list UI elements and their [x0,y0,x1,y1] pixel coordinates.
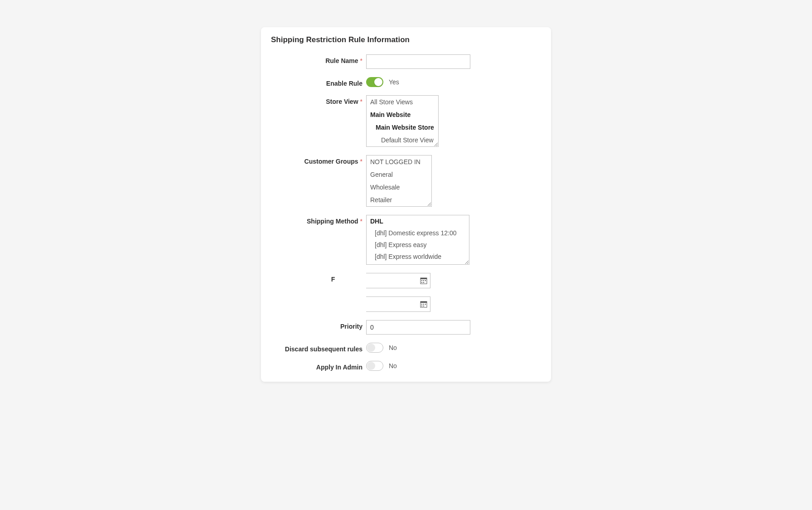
apply-admin-value: No [389,362,397,369]
row-priority: Priority [271,320,541,335]
svg-rect-4 [425,280,426,281]
label-enable-rule: Enable Rule [271,77,366,87]
store-view-option[interactable]: Default Store View [367,134,438,146]
from-date-input[interactable] [335,273,420,288]
shipping-method-option[interactable]: [dhl] Express easy [367,239,469,251]
discard-toggle[interactable] [366,343,383,353]
customer-group-option[interactable]: NOT LOGGED IN [367,155,431,168]
label-discard: Discard subsequent rules [271,343,366,353]
row-rule-name: Rule Name* [271,54,541,69]
shipping-method-option[interactable]: [dhl] Express worldwide [367,251,469,262]
priority-input[interactable] [366,320,470,335]
svg-rect-6 [423,282,424,283]
calendar-icon[interactable] [420,300,427,308]
row-to-date: To Date [271,296,541,312]
row-discard: Discard subsequent rules No [271,343,541,353]
required-mark: * [360,57,362,64]
store-view-option[interactable]: Main Website [367,108,438,121]
rule-name-input[interactable] [366,54,470,69]
customer-group-option[interactable]: General [367,168,431,181]
store-view-select[interactable]: All Store ViewsMain WebsiteMain Website … [366,95,439,147]
svg-rect-3 [423,280,424,281]
svg-rect-9 [421,304,422,305]
label-store-view: Store View* [271,95,366,105]
label-priority: Priority [271,320,366,330]
row-customer-groups: Customer Groups* NOT LOGGED INGeneralWho… [271,155,541,207]
row-shipping-method: Shipping Method* DHL[dhl] Domestic expre… [271,215,541,265]
shipping-method-option[interactable]: DHL [367,215,469,227]
row-apply-admin: Apply In Admin No [271,361,541,371]
label-store-view-text: Store View [326,98,358,105]
enable-rule-value: Yes [389,78,399,86]
label-customer-groups-text: Customer Groups [304,158,358,165]
shipping-restriction-panel: Shipping Restriction Rule Information Ru… [261,27,551,382]
svg-rect-13 [423,306,424,306]
required-mark: * [360,98,362,105]
label-shipping-method: Shipping Method* [271,215,366,225]
customer-group-option[interactable]: Retailer [367,194,431,206]
row-enable-rule: Enable Rule Yes [271,77,541,87]
calendar-icon[interactable] [420,277,427,285]
customer-groups-select[interactable]: NOT LOGGED INGeneralWholesaleRetailer [366,155,432,207]
row-from-date: From Date [271,273,541,288]
label-rule-name-text: Rule Name [325,57,358,64]
to-date-field [366,296,430,312]
required-mark: * [360,218,362,225]
apply-admin-toggle[interactable] [366,361,383,371]
panel-title: Shipping Restriction Rule Information [271,35,541,44]
discard-value: No [389,344,397,351]
svg-rect-10 [423,304,424,305]
from-date-field [366,273,430,288]
svg-rect-5 [421,282,422,283]
svg-rect-12 [421,306,422,306]
svg-rect-1 [420,278,427,279]
store-view-option[interactable]: Main Website Store [367,121,438,134]
svg-rect-11 [425,304,426,305]
required-mark: * [360,158,362,165]
shipping-method-select[interactable]: DHL[dhl] Domestic express 12:00[dhl] Exp… [366,215,469,265]
to-date-input[interactable] [335,297,420,311]
store-view-option[interactable]: All Store Views [367,96,438,108]
svg-rect-8 [420,301,427,303]
enable-rule-toggle[interactable] [366,77,383,87]
label-apply-admin: Apply In Admin [271,361,366,371]
label-rule-name: Rule Name* [271,54,366,64]
svg-rect-2 [421,280,422,281]
label-shipping-method-text: Shipping Method [307,218,358,225]
shipping-method-option[interactable]: [dhl] Domestic express 12:00 [367,227,469,239]
customer-group-option[interactable]: Wholesale [367,181,431,194]
row-store-view: Store View* All Store ViewsMain WebsiteM… [271,95,541,147]
label-customer-groups: Customer Groups* [271,155,366,165]
